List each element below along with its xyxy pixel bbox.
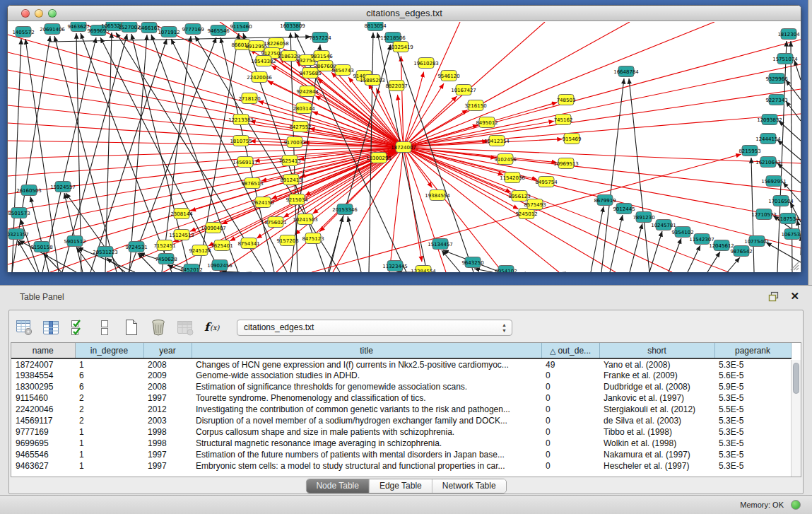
graph-node[interactable]: 15692951 [761,176,787,187]
graph-edge[interactable] [601,78,624,272]
graph-node[interactable]: 9170033 [283,137,305,148]
graph-node[interactable]: 7625413 [278,156,300,166]
graph-node[interactable]: 9831546 [310,51,333,62]
table-row[interactable]: 1938455462009Genome-wide association stu… [11,370,791,381]
graph-edge[interactable] [474,269,493,272]
graph-node[interactable]: 7450628 [155,254,177,264]
graph-node[interactable]: 8822037 [385,81,407,91]
graph-node[interactable]: 8454743 [331,65,353,76]
function-builder-button[interactable]: f(x) [203,317,221,337]
graph-node[interactable]: 1812304 [777,29,800,40]
graph-edge[interactable] [25,39,59,272]
graph-edge[interactable] [8,35,404,147]
graph-node[interactable]: 1067530 [781,229,801,240]
graph-edge[interactable] [404,147,801,220]
graph-node[interactable]: 9012445 [613,204,635,214]
table-row[interactable]: 1456911722003Disruption of a novel membe… [11,415,791,426]
graph-node[interactable]: 10412354 [484,136,510,146]
graph-node[interactable]: 7624150 [252,197,273,208]
graph-node[interactable]: 9102456 [494,154,517,165]
graph-node[interactable]: 9463627 [67,22,89,32]
graph-edge[interactable] [404,147,503,175]
close-panel-icon[interactable]: ✕ [790,290,799,303]
graph-node[interactable]: 9215034 [286,194,308,205]
table-vertical-scrollbar[interactable] [791,360,801,477]
table-row[interactable]: 946554611997Estimation of the future num… [11,449,791,460]
deselect-all-rows-button[interactable] [95,317,114,337]
column-header-short[interactable]: short [599,343,714,358]
float-panel-icon[interactable] [768,291,779,302]
network-view-window[interactable]: citations_edges.txt 14055722069140694636… [7,5,801,272]
graph-node[interactable]: 9329966 [765,74,788,84]
graph-node[interactable]: 10321357 [8,229,29,240]
graph-node[interactable]: 11323445 [382,261,408,271]
graph-node[interactable]: 8813054 [364,22,387,31]
graph-node[interactable]: 8495754 [535,177,558,187]
graph-edge[interactable] [786,101,801,121]
table-row[interactable]: 2242004622012Investigating the contribut… [11,404,791,415]
graph-node[interactable]: 10245781 [651,220,676,230]
select-all-rows-button[interactable] [69,317,87,337]
graph-edge[interactable] [794,60,801,80]
graph-node[interactable]: 9546120 [437,71,459,81]
graph-node[interactable]: 9876542 [730,246,752,257]
graph-node[interactable]: 16033809 [280,22,305,31]
graph-edge[interactable] [404,22,714,147]
graph-node[interactable]: 8475685 [299,68,321,78]
table-row[interactable]: 911546021997Tourette syndrome. Phenomeno… [11,392,791,404]
graph-node[interactable]: 15134457 [428,239,453,250]
graph-edge[interactable] [8,105,404,147]
graph-node[interactable]: 8575493 [524,199,546,210]
graph-edge[interactable] [404,147,616,272]
new-table-button[interactable] [122,317,141,337]
graph-edge[interactable] [688,245,700,272]
graph-edge[interactable] [404,64,801,147]
graph-node[interactable]: 9724531 [125,242,147,252]
graph-node[interactable]: 8495012 [476,117,498,128]
graph-node[interactable]: 9242844 [296,86,319,97]
graph-edge[interactable] [610,215,623,272]
graph-node[interactable]: 10241503 [293,214,318,225]
graph-node[interactable]: 10969513 [553,158,579,169]
graph-edge[interactable] [649,231,662,272]
graph-edge[interactable] [404,114,801,147]
graph-node[interactable]: 9876513 [241,178,263,189]
graph-node[interactable]: 7625401 [211,240,233,251]
graph-node[interactable]: 748503 [557,95,576,105]
graph-edge[interactable] [727,257,740,272]
graph-node[interactable]: 12213383 [228,115,254,125]
graph-node[interactable]: 7857224 [309,33,331,43]
graph-node[interactable]: 10775401 [744,236,770,247]
graph-node[interactable]: 20691406 [40,24,65,35]
graph-node[interactable]: 8954102 [495,266,517,273]
graph-node[interactable]: 8912413 [280,175,302,185]
column-header-title[interactable]: title [192,343,541,358]
graph-node[interactable]: 8756021 [264,217,286,228]
graph-node[interactable]: 9245124 [189,245,211,256]
column-header-pagerank[interactable]: pagerank [714,343,791,358]
graph-edge[interactable] [669,238,681,272]
graph-edge[interactable] [404,22,630,147]
graph-node[interactable]: 19610283 [413,58,439,69]
graph-node[interactable]: 9452012 [180,264,202,273]
column-header-year[interactable]: year [143,343,192,358]
graph-edge[interactable] [348,216,361,272]
graph-node[interactable]: 19384554 [425,190,450,201]
graph-node[interactable]: 16210643 [755,157,781,168]
graph-edge[interactable] [630,223,642,272]
graph-node[interactable]: 9465546 [207,25,230,36]
graph-node[interactable]: 5901512 [64,236,86,247]
tab-network-table[interactable]: Network Table [433,479,506,493]
table-row[interactable]: 946362711997Embryonic stem cells: a mode… [11,460,791,472]
graph-node[interactable]: 8754341 [237,238,259,249]
column-header-name[interactable]: name [11,343,75,358]
graph-node[interactable]: 7152451 [153,240,175,251]
graph-node[interactable]: 2803144 [293,103,315,114]
table-row[interactable]: 977716911998Corpus callosum shape and si… [11,426,791,438]
graph-edge[interactable] [779,121,801,141]
graph-edge[interactable] [404,22,460,147]
table-row[interactable]: 1830029562008Estimation of significance … [11,381,791,392]
graph-node[interactable]: 26160503 [16,185,42,196]
graph-edge[interactable] [404,89,801,147]
graph-edge[interactable] [151,35,238,272]
